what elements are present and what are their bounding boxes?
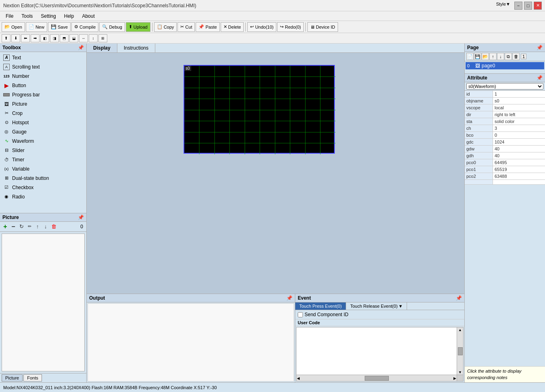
attribute-panel-pin-icon[interactable]: 📌: [537, 75, 543, 81]
attr-row-bco[interactable]: bco 0: [465, 132, 545, 139]
attr-row-pco1[interactable]: pco1 65519: [465, 166, 545, 173]
user-code-area[interactable]: ▲ ▼ ◀ ▶: [296, 327, 464, 382]
debug-button[interactable]: 🔍 Debug: [99, 22, 125, 32]
tool-progress-bar[interactable]: Progress bar: [0, 90, 86, 99]
attr-val-sta[interactable]: solid color: [493, 118, 545, 125]
tool-variable[interactable]: (x) Variable: [0, 164, 86, 173]
attr-row-dir[interactable]: dir right to left: [465, 111, 545, 118]
scroll-up-icon[interactable]: ▲: [458, 328, 462, 332]
scroll-left-icon[interactable]: ◀: [297, 376, 300, 380]
toolbox-pin-icon[interactable]: 📌: [78, 45, 84, 50]
picture-remove-button[interactable]: −: [10, 223, 17, 230]
attr-row-pco2[interactable]: pco2 63488: [465, 173, 545, 180]
tool-number[interactable]: 123 Number: [0, 71, 86, 81]
attr-val-id[interactable]: 1: [493, 91, 545, 97]
attr-row-objname[interactable]: objname s0: [465, 98, 545, 104]
tool-text[interactable]: A Text: [0, 53, 86, 62]
redo-button[interactable]: ↪ Redo(0): [277, 22, 304, 32]
tool-timer[interactable]: ⏱ Timer: [0, 155, 86, 164]
hscroll-thumb[interactable]: [365, 376, 389, 381]
scroll-thumb[interactable]: [458, 347, 463, 355]
menu-setting[interactable]: Setting: [37, 13, 60, 20]
attr-val-pco1[interactable]: 65519: [493, 166, 545, 173]
touch-press-event-tab[interactable]: Touch Press Event(0): [295, 302, 346, 310]
page-save-button[interactable]: 💾: [474, 53, 481, 60]
picture-panel-pin-icon[interactable]: 📌: [78, 215, 84, 220]
cut-button[interactable]: ✂ Cut: [177, 22, 195, 32]
picture-move-down-button[interactable]: ↓: [42, 223, 49, 230]
tool-hotspot[interactable]: ⊙ Hotspot: [0, 118, 86, 127]
attr-val-gdc[interactable]: 1024: [493, 139, 545, 145]
align-bottom-button[interactable]: ⬇: [11, 34, 20, 42]
maximize-button[interactable]: □: [524, 2, 532, 10]
tool-waveform[interactable]: ∿ Waveform: [0, 136, 86, 146]
picture-delete-button[interactable]: 🗑: [50, 223, 57, 230]
paste-button[interactable]: 📌 Paste: [196, 22, 219, 32]
instructions-tab[interactable]: Instructions: [117, 44, 155, 52]
tool-button[interactable]: ▶ Button: [0, 81, 86, 90]
tool-slider[interactable]: ⊟ Slider: [0, 146, 86, 155]
waveform-widget[interactable]: s0: [184, 65, 335, 154]
canvas-area[interactable]: s0: [87, 53, 464, 294]
attr-row-id[interactable]: id 1: [465, 91, 545, 98]
tool-gauge[interactable]: ◎ Gauge: [0, 127, 86, 136]
tool-picture[interactable]: 🖼 Picture: [0, 99, 86, 108]
attr-row-vscope[interactable]: vscope local: [465, 104, 545, 111]
fonts-tab[interactable]: Fonts: [23, 374, 42, 382]
new-button[interactable]: 📄 New: [26, 22, 47, 32]
page-item-page0[interactable]: 0 🖼 page0: [466, 62, 544, 69]
save-button[interactable]: 💾 Save: [48, 22, 71, 32]
attr-val-bco[interactable]: 0: [493, 132, 545, 138]
menu-file[interactable]: File: [2, 13, 17, 20]
attr-row-gdh[interactable]: gdh 40: [465, 152, 545, 159]
send-component-checkbox[interactable]: [298, 312, 303, 317]
picture-add-button[interactable]: +: [2, 223, 9, 230]
upload-button[interactable]: ⬆ Upload: [126, 22, 150, 32]
align-hright-button[interactable]: ◨: [50, 34, 59, 42]
event-hscrollbar[interactable]: ◀ ▶: [297, 375, 457, 381]
same-width-button[interactable]: ↔: [79, 34, 88, 42]
scroll-down-icon[interactable]: ▼: [458, 370, 462, 374]
attr-row-sta[interactable]: sta solid color: [465, 118, 545, 125]
attribute-object-selector[interactable]: s0(Waveform): [466, 83, 543, 90]
attr-row-gdw[interactable]: gdw 40: [465, 146, 545, 152]
page-move-up-button[interactable]: ↑: [489, 53, 497, 60]
minimize-button[interactable]: −: [514, 2, 522, 10]
picture-move-up-button[interactable]: ↑: [34, 223, 41, 230]
attr-row-pco0[interactable]: pco0 64495: [465, 159, 545, 166]
attr-val-vscope[interactable]: local: [493, 104, 545, 111]
page-move-down-button[interactable]: ↓: [497, 53, 504, 60]
event-scrollbar[interactable]: ▲ ▼: [457, 327, 463, 375]
align-left-button[interactable]: ⬅: [21, 34, 30, 42]
same-height-button[interactable]: ↕: [89, 34, 98, 42]
attr-val-objname[interactable]: s0: [493, 98, 545, 104]
align-right-button[interactable]: ➡: [31, 34, 40, 42]
page-folder-button[interactable]: 📂: [482, 53, 489, 60]
tool-checkbox[interactable]: ☑ Checkbox: [0, 183, 86, 192]
align-top-button[interactable]: ⬆: [2, 34, 10, 42]
open-button[interactable]: 📂 Open: [2, 22, 25, 32]
compile-button[interactable]: ⚙ Compile: [71, 22, 98, 32]
attr-val-pco0[interactable]: 64495: [493, 159, 545, 166]
page-panel-pin-icon[interactable]: 📌: [537, 45, 543, 50]
tool-radio[interactable]: ◉ Radio: [0, 192, 86, 201]
attr-val-gdh[interactable]: 40: [493, 152, 545, 159]
picture-refresh-button[interactable]: ↻: [18, 223, 25, 230]
tool-dual-state-button[interactable]: ⊞ Dual-state button: [0, 173, 86, 183]
touch-release-event-tab[interactable]: Touch Release Event(0) ▼: [346, 302, 407, 310]
tool-scrolling-text[interactable]: A Scrolling text: [0, 62, 86, 71]
attr-row-ch[interactable]: ch 3: [465, 125, 545, 132]
page-delete-button[interactable]: 🗑: [512, 53, 520, 60]
tool-crop[interactable]: ✂ Crop: [0, 108, 86, 118]
page-split-button[interactable]: ⧉: [505, 53, 512, 60]
attr-row-gdc[interactable]: gdc 1024: [465, 139, 545, 146]
menu-help[interactable]: Help: [60, 13, 78, 20]
device-id-button[interactable]: 🖥 Device ID: [307, 22, 338, 32]
display-tab[interactable]: Display: [87, 44, 117, 52]
menu-tools[interactable]: Tools: [17, 13, 37, 20]
attr-val-dir[interactable]: right to left: [493, 111, 545, 118]
event-panel-pin-icon[interactable]: 📌: [456, 295, 462, 301]
attr-val-gdw[interactable]: 40: [493, 146, 545, 152]
undo-button[interactable]: ↩ Undo(10): [247, 22, 276, 32]
align-vcenter-button[interactable]: ⬒: [60, 34, 69, 42]
